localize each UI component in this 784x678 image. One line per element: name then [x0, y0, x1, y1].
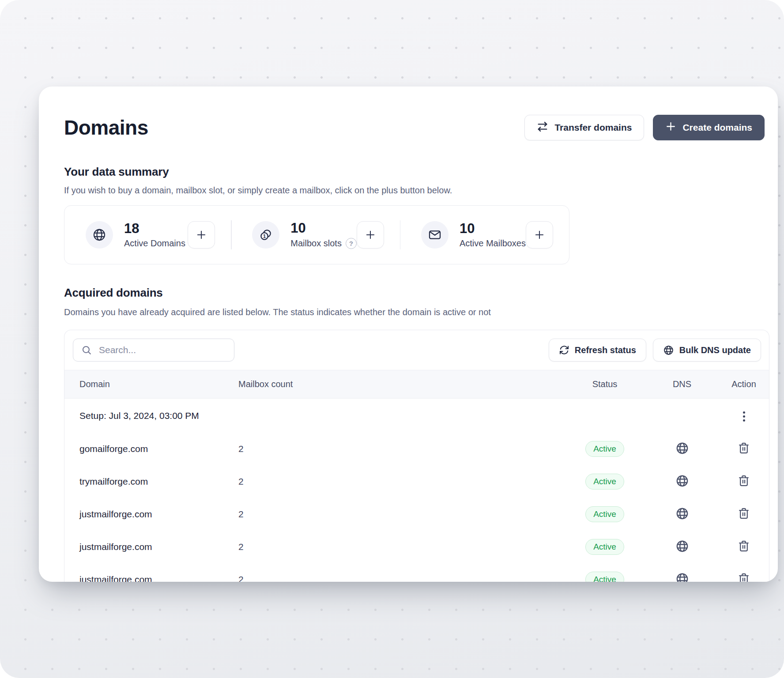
status-badge: Active	[585, 441, 624, 457]
table-body: gomailforge.com 2 Active trymailforge	[64, 433, 769, 582]
transfer-arrows-icon	[537, 121, 548, 135]
table-header-row: Domain Mailbox count Status DNS Action	[64, 370, 769, 399]
acquired-domains-heading: Acquired domains	[64, 286, 163, 300]
delete-trash-icon[interactable]	[738, 442, 750, 454]
stat-mailbox-slots: 1 10 Mailbox slots ?	[231, 206, 400, 264]
acquired-domains-description: Domains you have already acquired are li…	[64, 307, 491, 317]
bulk-dns-update-button[interactable]: Bulk DNS update	[653, 339, 761, 362]
table-actions: Refresh status Bulk DNS update	[549, 339, 761, 362]
table-row[interactable]: justmailforge.com 2 Active	[64, 498, 769, 531]
refresh-status-button[interactable]: Refresh status	[549, 339, 646, 362]
mailbox-slots-value: 10	[290, 221, 357, 236]
table-toolbar: Refresh status Bulk DNS update	[64, 330, 769, 370]
column-header-dns: DNS	[673, 379, 691, 389]
delete-trash-icon[interactable]	[738, 507, 750, 520]
domains-page-card: Domains Transfer domains	[39, 87, 778, 582]
mailbox-count-cell: 2	[238, 476, 565, 487]
dns-globe-icon[interactable]	[675, 539, 689, 553]
column-header-status: Status	[592, 379, 618, 389]
plus-icon	[665, 121, 676, 134]
table-row[interactable]: justmailforge.com 2 Active	[64, 563, 769, 582]
setup-group-row: Setup: Jul 3, 2024, 03:00 PM	[64, 399, 769, 433]
dns-globe-icon[interactable]	[675, 441, 689, 455]
search-input[interactable]	[98, 344, 226, 356]
status-badge: Active	[585, 474, 624, 490]
coins-icon: 1	[252, 221, 279, 249]
column-header-action: Action	[731, 379, 756, 389]
globe-icon	[86, 221, 113, 249]
table-row[interactable]: gomailforge.com 2 Active	[64, 433, 769, 465]
domain-cell: gomailforge.com	[79, 444, 238, 454]
mailbox-count-cell: 2	[238, 574, 565, 582]
help-question-icon[interactable]: ?	[346, 238, 357, 249]
status-badge: Active	[585, 506, 624, 522]
header-actions: Transfer domains Create domains	[524, 115, 765, 140]
domain-cell: justmailforge.com	[79, 542, 238, 552]
mailbox-count-cell: 2	[238, 444, 565, 454]
column-header-domain: Domain	[79, 379, 238, 389]
svg-text:1: 1	[263, 234, 266, 239]
mailbox-count-cell: 2	[238, 542, 565, 552]
transfer-domains-button[interactable]: Transfer domains	[524, 115, 644, 140]
domain-cell: justmailforge.com	[79, 509, 238, 520]
table-row[interactable]: justmailforge.com 2 Active	[64, 531, 769, 563]
create-domains-label: Create domains	[682, 122, 752, 133]
domain-cell: trymailforge.com	[79, 476, 238, 487]
column-header-mailbox-count: Mailbox count	[238, 379, 565, 389]
status-badge: Active	[585, 539, 624, 555]
setup-group-label: Setup: Jul 3, 2024, 03:00 PM	[79, 411, 565, 421]
stat-active-domains: 18 Active Domains	[64, 206, 231, 264]
summary-stats-card: 18 Active Domains 1	[64, 205, 569, 264]
delete-trash-icon[interactable]	[738, 573, 750, 582]
data-summary-heading: Your data summary	[64, 165, 169, 179]
active-mailboxes-label: Active Mailboxes	[460, 238, 526, 249]
envelope-icon	[421, 221, 449, 249]
domains-table-card: Refresh status Bulk DNS update Do	[64, 330, 769, 582]
search-icon	[81, 345, 92, 356]
status-badge: Active	[585, 572, 624, 582]
delete-trash-icon[interactable]	[738, 540, 750, 552]
active-domains-value: 18	[124, 221, 185, 236]
page-title: Domains	[64, 116, 148, 139]
add-mailbox-slot-button[interactable]	[357, 221, 384, 249]
transfer-domains-label: Transfer domains	[554, 122, 632, 133]
create-domains-button[interactable]: Create domains	[653, 115, 765, 140]
bulk-dns-update-label: Bulk DNS update	[679, 345, 751, 355]
refresh-icon	[559, 345, 569, 355]
mailbox-slots-label: Mailbox slots	[290, 238, 342, 249]
add-domain-button[interactable]	[188, 221, 215, 249]
active-domains-label: Active Domains	[124, 238, 185, 249]
dns-globe-icon[interactable]	[675, 507, 689, 520]
table-row[interactable]: trymailforge.com 2 Active	[64, 465, 769, 498]
kebab-menu-icon[interactable]	[740, 409, 748, 424]
add-mailbox-button[interactable]	[526, 221, 553, 249]
dns-globe-icon[interactable]	[675, 572, 689, 582]
search-input-wrapper[interactable]	[73, 339, 234, 362]
dns-globe-icon[interactable]	[675, 474, 689, 488]
active-mailboxes-value: 10	[460, 221, 526, 236]
delete-trash-icon[interactable]	[738, 475, 750, 487]
page-header: Domains Transfer domains	[64, 115, 765, 140]
globe-icon	[663, 345, 674, 356]
data-summary-description: If you wish to buy a domain, mailbox slo…	[64, 185, 452, 196]
stat-active-mailboxes: 10 Active Mailboxes	[400, 206, 569, 264]
refresh-status-label: Refresh status	[575, 345, 636, 355]
app-viewport: Domains Transfer domains	[0, 0, 784, 678]
domain-cell: justmailforge.com	[79, 574, 238, 582]
mailbox-count-cell: 2	[238, 509, 565, 520]
